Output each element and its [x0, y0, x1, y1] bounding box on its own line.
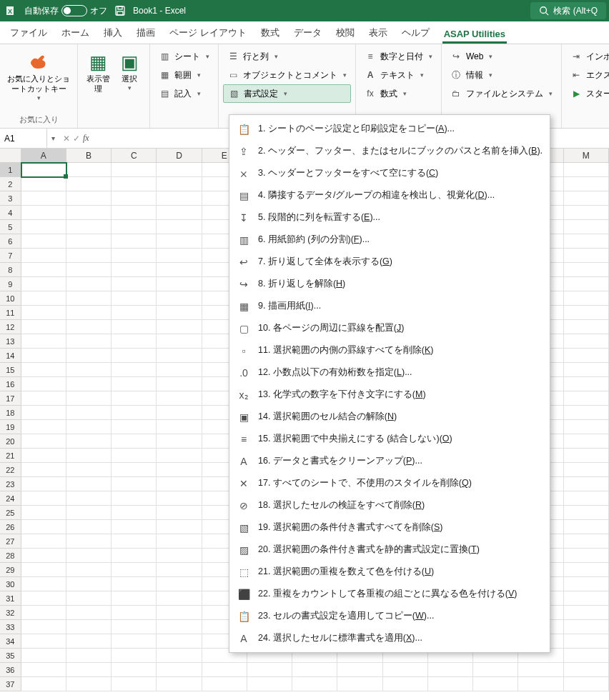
cell[interactable] — [112, 249, 157, 263]
name-box-dropdown[interactable]: ▾ — [47, 134, 59, 142]
cell[interactable] — [21, 334, 66, 349]
cell[interactable] — [157, 506, 202, 520]
tab-1[interactable]: ホーム — [54, 22, 96, 44]
cell[interactable] — [564, 391, 609, 406]
cell[interactable] — [112, 349, 157, 363]
rows-cols-button[interactable]: ☰行と列▾ — [223, 47, 351, 66]
row-header[interactable]: 18 — [0, 406, 21, 420]
cell[interactable] — [112, 320, 157, 334]
cell[interactable] — [66, 363, 112, 377]
cell[interactable] — [21, 506, 66, 520]
cell[interactable] — [157, 363, 202, 377]
row-header[interactable]: 31 — [0, 591, 21, 606]
tab-5[interactable]: 数式 — [254, 22, 287, 44]
cell[interactable] — [564, 663, 609, 677]
cell[interactable] — [66, 420, 112, 434]
cell[interactable] — [21, 177, 66, 191]
row-header[interactable]: 19 — [0, 420, 21, 434]
cell[interactable] — [564, 620, 609, 634]
cell[interactable] — [202, 677, 247, 691]
cell[interactable] — [112, 506, 157, 520]
cell[interactable] — [518, 663, 563, 677]
start-button[interactable]: ▶スタート▾ — [566, 84, 609, 103]
cell[interactable] — [21, 363, 66, 377]
row-header[interactable]: 34 — [0, 634, 21, 649]
cell[interactable] — [66, 434, 112, 449]
cell[interactable] — [157, 220, 202, 234]
cell[interactable] — [112, 306, 157, 320]
menu-item-5[interactable]: ↧5. 段階的に列を転置する(E)... — [229, 206, 550, 229]
cell[interactable] — [66, 277, 112, 291]
row-header[interactable]: 21 — [0, 449, 21, 463]
menu-item-7[interactable]: ↩7. 折り返して全体を表示する(G) — [229, 251, 550, 273]
cell[interactable] — [157, 177, 202, 191]
menu-item-24[interactable]: A24. 選択したセルに標準書式を適用(X)... — [229, 627, 550, 649]
cell[interactable] — [21, 263, 66, 277]
cell[interactable] — [247, 663, 292, 677]
cell[interactable] — [157, 491, 202, 506]
cell[interactable] — [66, 249, 112, 263]
file-system-button[interactable]: 🗀ファイルとシステム▾ — [446, 84, 557, 103]
cell[interactable] — [564, 220, 609, 234]
menu-item-3[interactable]: ⨯3. ヘッダーとフッターをすべて空にする(C) — [229, 162, 550, 184]
cell[interactable] — [21, 463, 66, 477]
tab-10[interactable]: ASAP Utilities — [437, 24, 513, 44]
export-button[interactable]: ⇤エクスポート▾ — [566, 66, 609, 84]
cell[interactable] — [21, 291, 66, 306]
cell[interactable] — [66, 191, 112, 206]
cancel-icon[interactable]: ✕ — [63, 134, 70, 144]
cell[interactable] — [21, 591, 66, 606]
tab-9[interactable]: ヘルプ — [395, 22, 437, 44]
cell[interactable] — [21, 349, 66, 363]
cell[interactable] — [157, 334, 202, 349]
cell[interactable] — [112, 191, 157, 206]
cell[interactable] — [564, 563, 609, 577]
cell[interactable] — [157, 520, 202, 534]
tab-3[interactable]: 描画 — [129, 22, 162, 44]
cell[interactable] — [66, 663, 112, 677]
save-icon[interactable] — [114, 5, 126, 16]
cell[interactable] — [564, 477, 609, 491]
cell[interactable] — [564, 191, 609, 206]
row-header[interactable]: 36 — [0, 663, 21, 677]
cell[interactable] — [564, 277, 609, 291]
cell[interactable] — [112, 220, 157, 234]
cell[interactable] — [157, 377, 202, 391]
tab-0[interactable]: ファイル — [3, 22, 54, 44]
tab-6[interactable]: データ — [287, 22, 329, 44]
tab-8[interactable]: 表示 — [362, 22, 395, 44]
menu-item-8[interactable]: ↪8. 折り返しを解除(H) — [229, 273, 550, 295]
row-header[interactable]: 37 — [0, 677, 21, 691]
cell[interactable] — [157, 477, 202, 491]
cell[interactable] — [157, 606, 202, 620]
row-header[interactable]: 6 — [0, 234, 21, 249]
row-header[interactable]: 7 — [0, 249, 21, 263]
cell[interactable] — [564, 363, 609, 377]
cell[interactable] — [564, 420, 609, 434]
menu-item-19[interactable]: ▧19. 選択範囲の条件付き書式すべてを削除(S) — [229, 516, 550, 539]
confirm-icon[interactable]: ✓ — [73, 134, 80, 144]
cell[interactable] — [564, 506, 609, 520]
cell[interactable] — [21, 534, 66, 549]
cell[interactable] — [21, 277, 66, 291]
menu-item-1[interactable]: 📋1. シートのページ設定と印刷設定をコピー(A)... — [229, 118, 550, 140]
cell[interactable] — [21, 420, 66, 434]
cell[interactable] — [157, 591, 202, 606]
cell[interactable] — [112, 563, 157, 577]
cell[interactable] — [112, 649, 157, 663]
cell[interactable] — [112, 577, 157, 591]
search-box[interactable]: 検索 (Alt+Q — [530, 2, 606, 19]
cell[interactable] — [21, 491, 66, 506]
cell[interactable] — [112, 677, 157, 691]
menu-item-12[interactable]: .012. 小数点以下の有効桁数を指定(L)... — [229, 361, 550, 384]
cell[interactable] — [157, 549, 202, 563]
cell[interactable] — [112, 434, 157, 449]
cell[interactable] — [112, 634, 157, 649]
cell[interactable] — [21, 563, 66, 577]
formula-button[interactable]: fx数式▾ — [360, 84, 437, 103]
row-header[interactable]: 16 — [0, 377, 21, 391]
menu-item-11[interactable]: ▫11. 選択範囲の内側の罫線すべてを削除(K) — [229, 339, 550, 361]
select-button[interactable]: ▣ 選択 ▾ — [114, 47, 145, 94]
cell[interactable] — [564, 291, 609, 306]
cell[interactable] — [66, 591, 112, 606]
